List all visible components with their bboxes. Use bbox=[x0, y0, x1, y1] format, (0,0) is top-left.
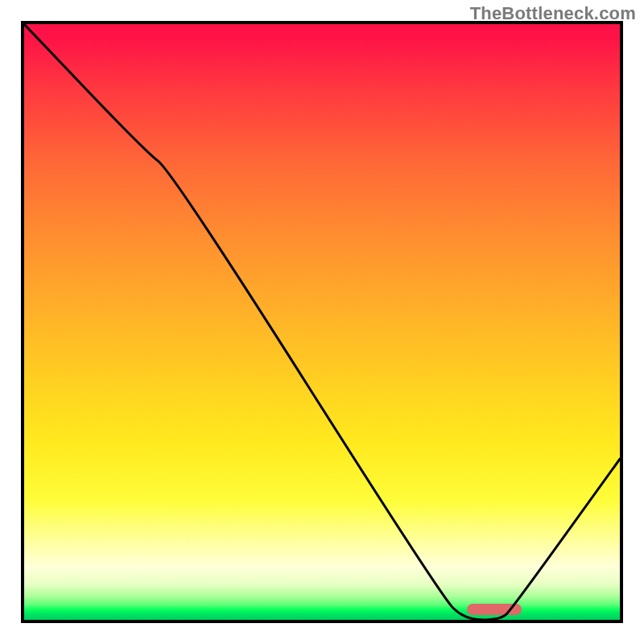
chart-canvas: TheBottleneck.com bbox=[0, 0, 644, 644]
bottleneck-curve-path bbox=[24, 24, 620, 620]
bottleneck-curve bbox=[24, 24, 620, 620]
plot-frame bbox=[21, 21, 623, 623]
